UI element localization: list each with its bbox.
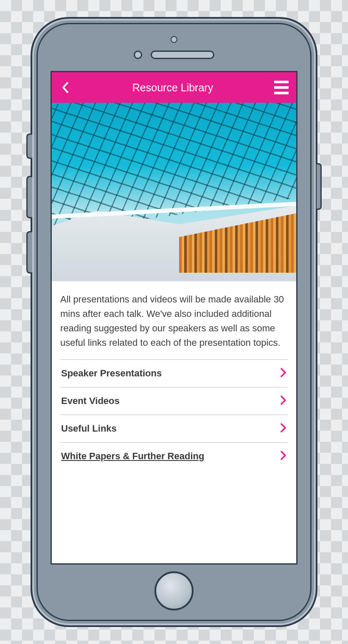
chevron-right-icon (280, 395, 287, 407)
app-screen: Resource Library All presentations and v… (51, 71, 297, 565)
content-area: All presentations and videos will be mad… (52, 281, 296, 465)
phone-sensor-row (38, 51, 310, 59)
hamburger-icon (274, 92, 289, 94)
phone-side-button (26, 231, 32, 274)
app-header: Resource Library (52, 72, 296, 103)
chevron-right-icon (280, 367, 287, 379)
menu-item-white-papers[interactable]: White Papers & Further Reading (60, 443, 288, 465)
hero-image (52, 103, 296, 281)
phone-side-button (317, 163, 322, 210)
menu-item-label: Useful Links (61, 423, 117, 434)
menu-button[interactable] (274, 81, 289, 94)
phone-frame: Resource Library All presentations and v… (31, 17, 317, 627)
phone-camera-icon (171, 36, 177, 43)
phone-bezel: Resource Library All presentations and v… (36, 23, 312, 621)
menu-item-speaker-presentations[interactable]: Speaker Presentations (60, 359, 288, 387)
menu-item-useful-links[interactable]: Useful Links (60, 415, 288, 443)
back-button[interactable] (59, 82, 71, 93)
phone-side-button (26, 176, 32, 218)
menu-item-event-videos[interactable]: Event Videos (60, 387, 288, 415)
page-title: Resource Library (132, 82, 213, 94)
phone-sensor-icon (134, 51, 142, 59)
menu-item-label: White Papers & Further Reading (61, 451, 204, 462)
resource-menu: Speaker Presentations Event Videos Usefu… (60, 359, 288, 465)
chevron-right-icon (280, 450, 287, 462)
chevron-left-icon (62, 82, 69, 93)
intro-text: All presentations and videos will be mad… (60, 292, 288, 350)
phone-side-button (26, 133, 32, 159)
hamburger-icon (274, 86, 289, 89)
menu-item-label: Event Videos (61, 395, 120, 407)
chevron-right-icon (280, 423, 287, 435)
phone-speaker-icon (151, 51, 214, 59)
hamburger-icon (274, 81, 289, 83)
home-button[interactable] (154, 571, 194, 610)
menu-item-label: Speaker Presentations (61, 368, 162, 379)
